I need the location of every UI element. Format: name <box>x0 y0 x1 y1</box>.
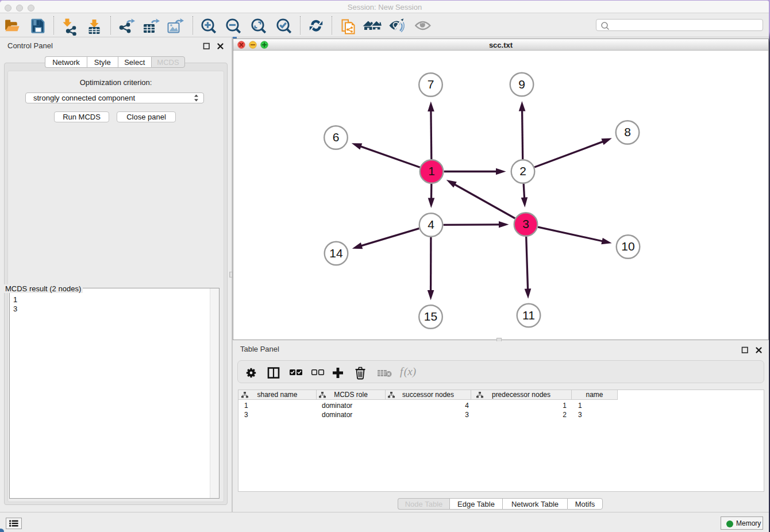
svg-text:1: 1 <box>428 164 435 178</box>
svg-text:9: 9 <box>518 78 525 91</box>
svg-text:2: 2 <box>519 164 526 178</box>
svg-text:11: 11 <box>522 309 535 322</box>
svg-text:3: 3 <box>522 217 529 230</box>
svg-text:8: 8 <box>624 125 631 138</box>
svg-text:7: 7 <box>428 78 434 91</box>
svg-text:14: 14 <box>329 246 343 260</box>
svg-text:6: 6 <box>333 130 340 144</box>
svg-text:10: 10 <box>621 240 634 253</box>
svg-text:15: 15 <box>424 310 437 323</box>
svg-text:4: 4 <box>428 218 434 231</box>
